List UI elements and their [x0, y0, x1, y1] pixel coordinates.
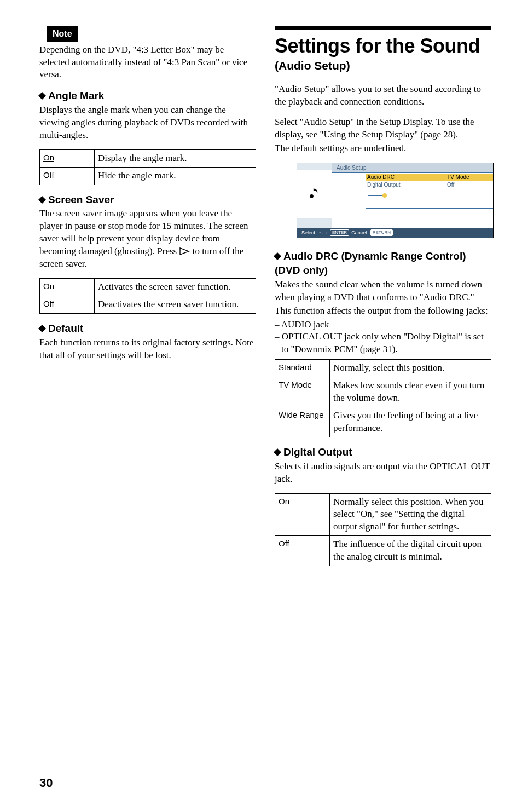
diamond-icon	[274, 448, 281, 456]
cell-val: Deactivates the screen saver function.	[95, 296, 256, 314]
digital-output-heading-text: Digital Output	[283, 446, 352, 458]
digital-output-table: On Normally select this position. When y…	[275, 493, 491, 567]
default-heading-text: Default	[48, 323, 83, 334]
cell-key: Off	[279, 539, 289, 548]
default-note: The default settings are underlined.	[275, 142, 491, 155]
table-row: Standard Normally, select this position.	[275, 360, 491, 377]
audio-drc-body: Makes the sound clear when the volume is…	[275, 279, 491, 304]
panel-row-audio-drc: Audio DRC TV Mode	[332, 174, 493, 181]
table-row: Off The influence of the digital circuit…	[275, 536, 491, 566]
table-row: On Display the angle mark.	[40, 149, 256, 167]
note-body: Depending on the DVD, "4:3 Letter Box" m…	[39, 44, 256, 82]
table-row: On Activates the screen saver function.	[40, 279, 256, 296]
return-key-icon: RETURN	[370, 229, 393, 237]
diamond-icon	[38, 196, 46, 204]
screen-saver-heading-text: Screen Saver	[48, 194, 114, 205]
cell-key: On	[43, 281, 54, 291]
screen-saver-table: On Activates the screen saver function. …	[39, 278, 256, 314]
panel-value: Off	[447, 181, 493, 189]
jack-list: – AUDIO jack – OPTICAL OUT jack only whe…	[275, 319, 491, 356]
cell-key: On	[279, 497, 289, 506]
digital-output-heading: Digital Output	[275, 445, 491, 459]
table-row: Off Deactivates the screen saver functio…	[40, 296, 256, 314]
cell-val: Makes low sounds clear even if you turn …	[330, 377, 491, 407]
page-subtitle: (Audio Setup)	[275, 58, 491, 73]
panel-tab: Audio Setup	[332, 163, 493, 174]
cell-key: Off	[43, 170, 54, 180]
audio-drc-heading: Audio DRC (Dynamic Range Control) (DVD o…	[275, 249, 491, 277]
cell-val: Display the angle mark.	[95, 149, 256, 167]
cell-val: The influence of the digital circuit upo…	[330, 536, 491, 566]
cell-val: Activates the screen saver function.	[95, 279, 256, 296]
play-icon	[179, 247, 190, 255]
note-label: Note	[47, 26, 78, 42]
footer-cancel-label: Cancel:	[351, 229, 368, 236]
panel-label: Digital Output	[366, 181, 447, 189]
table-row: TV Mode Makes low sounds clear even if y…	[275, 377, 491, 407]
panel-row-digital-output: Digital Output Off	[332, 181, 493, 189]
angle-mark-body: Displays the angle mark when you can cha…	[39, 104, 256, 142]
panel-label: Audio DRC	[366, 174, 447, 181]
cell-key: On	[43, 153, 54, 162]
table-row: Wide Range Gives you the feeling of bein…	[275, 407, 491, 437]
enter-key-icon: ENTER	[330, 229, 349, 237]
intro-body: "Audio Setup" allows you to set the soun…	[275, 83, 491, 108]
cell-key: Wide Range	[279, 410, 324, 419]
cell-val: Gives you the feeling of being at a live…	[330, 407, 491, 437]
cell-key: TV Mode	[279, 380, 312, 389]
default-body: Each function returns to its original fa…	[39, 337, 256, 362]
list-item: – OPTICAL OUT jack only when "Dolby Digi…	[275, 331, 491, 356]
cell-val: Hide the angle mark.	[95, 167, 256, 185]
angle-mark-table: On Display the angle mark. Off Hide the …	[39, 149, 256, 185]
panel-footer: Select: ↑↓ → ENTER Cancel: RETURN	[297, 228, 493, 238]
select-body: Select "Audio Setup" in the Setup Displa…	[275, 116, 491, 141]
diamond-icon	[38, 325, 46, 332]
cell-key: Off	[43, 299, 54, 308]
cell-key: Standard	[279, 362, 312, 372]
screen-saver-body: The screen saver image appears when you …	[39, 208, 256, 270]
screen-saver-heading: Screen Saver	[39, 193, 256, 207]
audio-drc-heading-text: Audio DRC (Dynamic Range Control) (DVD o…	[275, 250, 466, 276]
angle-mark-heading: Angle Mark	[39, 89, 256, 103]
list-item: – AUDIO jack	[275, 319, 491, 331]
section-rule	[275, 26, 491, 30]
panel-value: TV Mode	[447, 174, 493, 181]
svg-marker-0	[180, 248, 189, 255]
music-note-icon	[308, 187, 322, 201]
angle-mark-heading-text: Angle Mark	[48, 90, 104, 101]
default-heading: Default	[39, 321, 256, 336]
panel-slider-track	[368, 195, 384, 196]
audio-setup-panel: Audio Setup Audio DRC TV Mode Digital Ou…	[297, 163, 494, 239]
table-row: Off Hide the angle mark.	[40, 167, 256, 185]
cell-val: Normally, select this position.	[330, 360, 491, 377]
audio-drc-table: Standard Normally, select this position.…	[275, 359, 491, 437]
digital-output-body: Selects if audio signals are output via …	[275, 460, 491, 486]
footer-select-label: Select:	[301, 229, 317, 236]
panel-slider-dot	[382, 193, 387, 198]
page-number: 30	[39, 775, 53, 791]
page-title: Settings for the Sound	[275, 35, 491, 57]
cell-val: Normally select this position. When you …	[330, 493, 491, 536]
diamond-icon	[274, 252, 281, 260]
table-row: On Normally select this position. When y…	[275, 493, 491, 536]
audio-drc-affects: This function affects the output from th…	[275, 305, 491, 318]
diamond-icon	[38, 92, 46, 100]
arrow-icons: ↑↓ →	[319, 229, 328, 236]
